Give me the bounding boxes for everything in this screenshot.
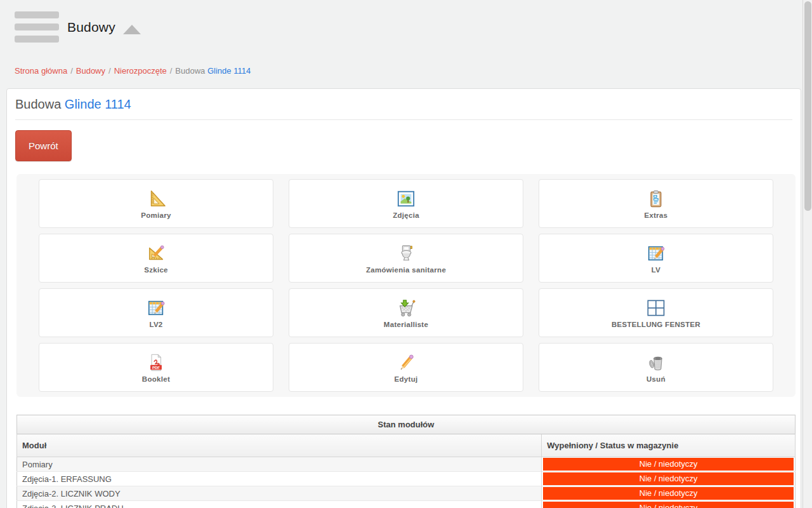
tile-zamowienia-sanitarne[interactable]: Zamówienia sanitarne [289,234,523,283]
table-caption-row: Stan modułów [17,415,796,434]
tile-label: LV [652,266,660,274]
clipboard-icon [646,189,665,209]
page-title: Budowa Glinde 1114 [15,97,792,112]
set-square-icon [147,189,166,209]
breadcrumb-current: Budowa [175,66,205,76]
tile-bestellung-fenster[interactable]: BESTELLUNG FENSTER [539,288,773,337]
trash-icon [646,352,666,373]
photo-icon [396,189,416,209]
module-name: Zdjęcia-3. LICZNIK PRĄDU [17,501,542,508]
status-badge: Nie / niedotyczy [543,502,794,508]
tile-zdjecia[interactable]: Zdjęcia [289,179,523,228]
breadcrumb-home[interactable]: Strona główna [15,66,67,76]
back-button[interactable]: Powrót [15,130,72,161]
main-card: Budowa Glinde 1114 Powrót Pomiary [6,88,801,508]
breadcrumb: Strona główna/Budowy/Nierozpoczęte/Budow… [15,66,812,76]
breadcrumb-separator: / [70,66,73,76]
module-name: Zdjęcia-1. ERFASSUNG [17,472,542,486]
status-badge: Nie / niedotyczy [543,472,794,485]
tile-label: Usuń [646,375,665,383]
app-title: Budowy [67,20,115,35]
column-header-status: Wypełniony / Status w magazynie [542,434,796,457]
tile-label: Edytuj [395,375,418,383]
tile-extras[interactable]: Extras [539,179,773,228]
project-link[interactable]: Glinde 1114 [65,97,131,111]
triangle-up-icon[interactable] [123,25,141,34]
tile-szkice[interactable]: Szkice [39,234,273,283]
tile-lv[interactable]: LV [539,234,773,283]
header: Budowy [0,0,812,43]
tile-usun[interactable]: Usuń [539,343,773,392]
tile-label: Zdjęcia [393,211,419,219]
tile-panel: Pomiary Zdjęcia [16,174,796,397]
tile-label: Szkice [144,266,168,274]
tile-edytuj[interactable]: Edytuj [289,343,523,392]
cart-download-icon [396,298,416,318]
divider [15,119,792,120]
tile-materialliste[interactable]: Materialliste [289,288,523,337]
spreadsheet-pencil-icon [646,243,665,264]
status-badge: Nie / niedotyczy [543,487,794,500]
table-row: Zdjęcia-3. LICZNIK PRĄDU Nie / niedotycz… [17,501,796,508]
tile-booklet[interactable]: PDF Booklet [39,343,273,392]
module-status-table: Stan modułów Moduł Wypełniony / Status w… [16,415,796,508]
breadcrumb-project-link[interactable]: Glinde 1114 [207,66,251,76]
breadcrumb-separator: / [170,66,173,76]
tile-lv2[interactable]: LV2 [39,288,273,337]
pdf-icon: PDF [147,352,166,373]
table-row: Pomiary Nie / niedotyczy [17,457,796,472]
pencil-icon [396,352,416,373]
tile-label: Booklet [142,375,170,383]
hamburger-icon[interactable] [15,11,59,43]
table-caption: Stan modułów [17,415,796,434]
tile-label: Extras [645,211,668,219]
module-name: Zdjęcia-2. LICZNIK WODY [17,486,542,501]
tile-label: BESTELLUNG FENSTER [612,321,700,328]
ruler-pencil-icon [147,243,166,264]
tile-label: Zamówienia sanitarne [366,266,446,274]
window-icon [646,298,665,318]
status-badge: Nie / niedotyczy [543,458,794,471]
svg-text:PDF: PDF [152,364,160,369]
tile-label: Pomiary [141,211,171,219]
spreadsheet-pencil-icon [147,298,166,318]
table-row: Zdjęcia-2. LICZNIK WODY Nie / niedotyczy [17,486,796,501]
scrollbar-thumb[interactable] [804,1,811,211]
breadcrumb-nierozpoczete[interactable]: Nierozpoczęte [114,66,167,76]
table-row: Zdjęcia-1. ERFASSUNG Nie / niedotyczy [17,472,796,486]
tile-label: LV2 [149,321,162,328]
toilet-icon [396,243,416,264]
breadcrumb-budowy[interactable]: Budowy [76,66,105,76]
breadcrumb-separator: / [108,66,111,76]
tile-label: Materialliste [384,321,428,328]
scrollbar-track[interactable] [802,0,812,508]
column-header-modul: Moduł [17,434,542,457]
table-header-row: Moduł Wypełniony / Status w magazynie [17,434,796,457]
tile-pomiary[interactable]: Pomiary [39,179,273,228]
module-name: Pomiary [17,457,542,472]
